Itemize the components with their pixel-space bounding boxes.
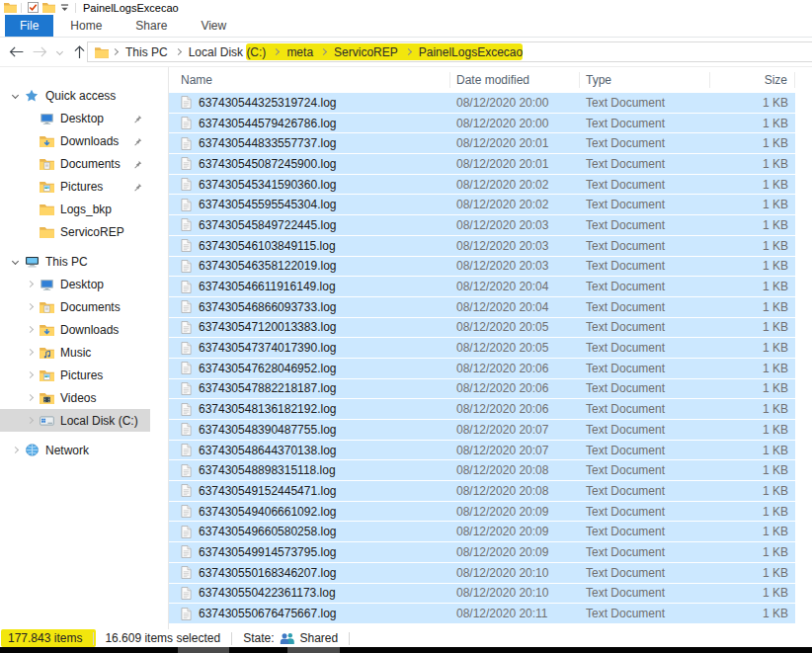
sidebar-item-downloads[interactable]: Downloads	[0, 318, 150, 341]
qat-customize-icon[interactable]	[56, 1, 72, 15]
sidebar-item-desktop[interactable]: Desktop	[0, 273, 150, 295]
column-header-type[interactable]: Type	[580, 72, 710, 88]
file-row[interactable]: 637430550422361173.log08/12/2020 20:10Te…	[169, 584, 795, 605]
file-row[interactable]: 637430545849722445.log08/12/2020 20:03Te…	[169, 215, 795, 236]
sidebar-item-videos[interactable]: Videos	[0, 386, 150, 409]
file-type: Text Document	[580, 399, 710, 419]
sidebar-item-music[interactable]: Music	[0, 341, 150, 364]
address-bar[interactable]: This PCLocal Disk (C:)metaServicoREPPain…	[87, 41, 812, 62]
tab-home[interactable]: Home	[53, 15, 119, 37]
breadcrumb-item-meta[interactable]: meta	[281, 45, 319, 59]
column-header-name[interactable]: Name	[169, 72, 450, 88]
file-row[interactable]: 637430546103849115.log08/12/2020 20:03Te…	[169, 236, 795, 257]
breadcrumb-item-this-pc[interactable]: This PC	[120, 45, 174, 59]
file-row[interactable]: 637430550676475667.log08/12/2020 20:11Te…	[169, 604, 795, 624]
sidebar-item-pictures[interactable]: Pictures	[0, 175, 150, 198]
qat-properties-checkbox-icon[interactable]	[25, 1, 41, 15]
file-type: Text Document	[580, 175, 710, 195]
file-date-modified: 08/12/2020 20:00	[450, 114, 580, 133]
file-size: 1 KB	[710, 277, 795, 296]
sidebar-item-desktop[interactable]: Desktop	[0, 107, 150, 129]
file-name: 637430550676475667.log	[199, 607, 336, 620]
file-size: 1 KB	[710, 604, 795, 623]
file-row[interactable]: 637430544833557737.log08/12/2020 20:01Te…	[169, 133, 795, 154]
file-name: 637430548644370138.log	[199, 444, 336, 457]
file-name: 637430549406661092.log	[199, 505, 336, 519]
file-date-modified: 08/12/2020 20:07	[450, 441, 580, 460]
breadcrumb-chevron-icon[interactable]	[319, 49, 328, 54]
sidebar-item-documents[interactable]: Documents	[0, 152, 150, 175]
sidebar-item-logs-bkp[interactable]: Logs_bkp	[0, 198, 150, 220]
file-row[interactable]: 637430546611916149.log08/12/2020 20:04Te…	[169, 277, 795, 297]
sidebar-item-local-disk-c[interactable]: Local Disk (C:)	[0, 409, 150, 432]
file-size: 1 KB	[710, 236, 795, 256]
window-folder-icon	[2, 1, 18, 15]
sidebar-section-quick-access[interactable]: Quick access	[0, 84, 168, 107]
file-row[interactable]: 637430548390487755.log08/12/2020 20:07Te…	[169, 420, 795, 441]
forward-button[interactable]	[28, 41, 51, 64]
file-row[interactable]: 637430548136182192.log08/12/2020 20:06Te…	[169, 399, 795, 420]
main-area: Quick accessDesktopDownloadsDocumentsPic…	[0, 67, 812, 629]
pictures-icon	[38, 369, 55, 381]
file-size: 1 KB	[710, 195, 795, 214]
breadcrumb-chevron-icon[interactable]	[174, 49, 183, 54]
qat-new-folder-icon[interactable]	[41, 1, 56, 15]
text-file-icon	[181, 545, 192, 558]
file-size: 1 KB	[710, 297, 795, 317]
recent-locations-chevron-icon[interactable]	[51, 41, 67, 64]
file-row[interactable]: 637430544325319724.log08/12/2020 20:00Te…	[169, 93, 795, 114]
text-file-icon	[181, 464, 192, 477]
sidebar-item-documents[interactable]: Documents	[0, 295, 150, 318]
sidebar-item-label: Documents	[60, 157, 121, 171]
file-row[interactable]: 637430548644370138.log08/12/2020 20:07Te…	[169, 441, 795, 461]
file-size: 1 KB	[710, 441, 795, 460]
file-row[interactable]: 637430547628046952.log08/12/2020 20:06Te…	[169, 359, 795, 379]
file-row[interactable]: 637430547882218187.log08/12/2020 20:06Te…	[169, 379, 795, 400]
file-size: 1 KB	[710, 215, 795, 235]
sidebar-item-label: Videos	[60, 391, 96, 405]
file-date-modified: 08/12/2020 20:11	[450, 604, 580, 623]
sidebar-section-this-pc[interactable]: This PC	[0, 250, 168, 273]
tab-file[interactable]: File	[5, 15, 53, 37]
sidebar-section-network[interactable]: Network	[0, 439, 168, 461]
file-row[interactable]: 637430545087245900.log08/12/2020 20:01Te…	[169, 154, 795, 175]
file-row[interactable]: 637430549152445471.log08/12/2020 20:08Te…	[169, 481, 795, 502]
column-header-date-modified[interactable]: Date modified	[450, 72, 580, 88]
file-row[interactable]: 637430545595545304.log08/12/2020 20:02Te…	[169, 195, 795, 215]
breadcrumb-chevron-icon[interactable]	[272, 49, 281, 54]
column-header-size[interactable]: Size	[710, 72, 795, 88]
file-row[interactable]: 637430544579426786.log08/12/2020 20:00Te…	[169, 114, 795, 134]
file-row[interactable]: 637430549406661092.log08/12/2020 20:09Te…	[169, 502, 795, 523]
text-file-icon	[181, 566, 192, 579]
file-type: Text Document	[580, 257, 710, 277]
breadcrumb-item-local-disk-c[interactable]: Local Disk (C:)	[183, 45, 273, 59]
network-icon	[23, 444, 41, 456]
file-row[interactable]: 637430545341590360.log08/12/2020 20:02Te…	[169, 175, 795, 196]
file-row[interactable]: 637430547374017390.log08/12/2020 20:05Te…	[169, 338, 795, 359]
breadcrumb-item-painellogsexcecao[interactable]: PainelLogsExcecao	[413, 45, 528, 59]
sidebar-item-servicorep[interactable]: ServicoREP	[0, 220, 150, 243]
tab-view[interactable]: View	[184, 15, 243, 37]
file-row[interactable]: 637430548898315118.log08/12/2020 20:08Te…	[169, 460, 795, 481]
breadcrumb-item-servicorep[interactable]: ServicoREP	[328, 45, 404, 59]
file-row[interactable]: 637430550168346207.log08/12/2020 20:10Te…	[169, 563, 795, 584]
file-date-modified: 08/12/2020 20:09	[450, 542, 580, 562]
file-name: 637430549914573795.log	[199, 545, 336, 559]
tab-share[interactable]: Share	[119, 15, 184, 37]
file-row[interactable]: 637430549914573795.log08/12/2020 20:09Te…	[169, 542, 795, 563]
window-title: PainelLogsExcecao	[83, 2, 179, 14]
text-file-icon	[181, 218, 192, 231]
navigation-pane: Quick accessDesktopDownloadsDocumentsPic…	[0, 67, 169, 629]
sidebar-item-pictures[interactable]: Pictures	[0, 364, 150, 386]
file-row[interactable]: 637430547120013383.log08/12/2020 20:05Te…	[169, 318, 795, 339]
file-row[interactable]: 637430549660580258.log08/12/2020 20:09Te…	[169, 522, 795, 542]
back-button[interactable]	[4, 41, 28, 64]
text-file-icon	[181, 300, 192, 313]
file-row[interactable]: 637430546358122019.log08/12/2020 20:03Te…	[169, 257, 795, 278]
file-size: 1 KB	[710, 563, 795, 583]
breadcrumb-chevron-icon[interactable]	[111, 49, 120, 54]
sidebar-item-downloads[interactable]: Downloads	[0, 129, 150, 152]
breadcrumb-chevron-icon[interactable]	[404, 49, 413, 54]
file-row[interactable]: 637430546866093733.log08/12/2020 20:04Te…	[169, 297, 795, 318]
chevron-right-icon	[26, 394, 33, 401]
